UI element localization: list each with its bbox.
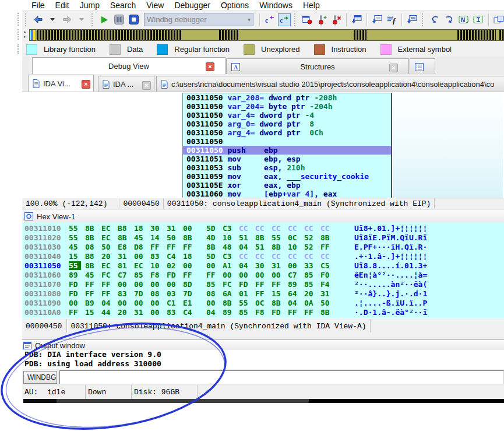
add-breakpoint-button[interactable]	[315, 13, 328, 26]
jump-named-location-button[interactable]: N	[457, 13, 470, 26]
breakpoint-list-button[interactable]	[301, 13, 313, 26]
hex-row[interactable]: 00311020558BEC8B4514508B4D10518B550C528B…	[22, 233, 504, 243]
disassembly-line[interactable]: 00311050 arg_4= dword ptr 0Ch	[183, 128, 391, 137]
step-into-button[interactable]	[350, 13, 363, 26]
navband-scroll-arrows[interactable]: ▸▸	[24, 30, 26, 39]
menu-item-file[interactable]: File	[26, 1, 50, 10]
output-window-titlebar[interactable]: Output window	[22, 339, 504, 351]
instruction-address: 00311050	[186, 93, 227, 102]
file-offset: 00000450	[22, 319, 65, 333]
close-icon[interactable]: ×	[142, 81, 151, 90]
run-to-cursor-button[interactable]: c	[263, 13, 276, 26]
nav-forward-dropdown[interactable]	[75, 13, 88, 26]
navband-segment	[457, 30, 496, 40]
hex-row[interactable]: 0031109000B904000000C1E1008B550C8B040A50…	[22, 299, 504, 308]
hex-row[interactable]: 00311050558BEC81EC10020000A10430310033C5…	[22, 261, 504, 271]
panel-splitter[interactable]	[22, 332, 504, 339]
hex-byte: 55	[69, 261, 81, 270]
disassembly-line[interactable]: 00311050 var_208= dword ptr -208h	[183, 93, 391, 102]
close-icon[interactable]: ×	[206, 62, 214, 71]
nav-forward-button[interactable]	[61, 13, 73, 26]
window-tab-structures[interactable]: AStructures×	[226, 58, 409, 74]
hex-byte: FC	[223, 280, 235, 289]
legend-item: Library function	[26, 44, 96, 55]
disassembly-line[interactable]: 00311050 var_204= byte ptr -204h	[183, 102, 391, 111]
navigation-band[interactable]	[29, 29, 504, 41]
menu-item-jump[interactable]: Jump	[75, 1, 105, 10]
nav-back-button[interactable]	[31, 13, 44, 26]
menu-item-edit[interactable]: Edit	[50, 1, 75, 10]
toolbar-gripper[interactable]	[17, 13, 20, 26]
windbg-button[interactable]: WINDBG	[23, 371, 57, 384]
hex-row[interactable]: 0031104015B820310083C4185DC3CCCCCCCCCCCC…	[22, 252, 504, 261]
toolbar-separator	[366, 13, 367, 26]
menu-item-view[interactable]: View	[141, 1, 169, 10]
hex-byte: CC	[255, 252, 267, 261]
open-windows-button[interactable]	[492, 13, 504, 26]
hex-byte: 8D	[183, 280, 195, 289]
output-window[interactable]: PDB: DIA interface version 9.0PDB: using…	[22, 350, 504, 370]
disassembly-line[interactable]: 00311051 mov ebp, esp	[183, 155, 391, 163]
close-icon[interactable]: ×	[389, 64, 398, 72]
jump-prev-position-button[interactable]	[428, 13, 441, 26]
command-input[interactable]	[59, 370, 504, 384]
run-until-call-button[interactable]	[406, 13, 418, 26]
disassembly-line[interactable]: 00311060 mov [ebp+var_4], eax	[183, 190, 391, 198]
asm-token: dword ptr	[255, 111, 305, 120]
hex-byte: EC	[134, 261, 146, 270]
hex-view-titlebar[interactable]: Hex View-1	[22, 209, 504, 224]
window-tab-debug-view[interactable]: Debug View×	[32, 57, 225, 74]
disassembly-line[interactable]: 00311059 mov eax, ___security_cookie	[183, 172, 391, 181]
menu-item-debugger[interactable]: Debugger	[169, 1, 216, 10]
delete-breakpoint-button[interactable]	[330, 13, 343, 26]
hex-byte: C7	[288, 271, 300, 279]
hex-address: 003110A0	[24, 308, 59, 317]
legend-item: Data	[110, 44, 143, 55]
menu-item-search[interactable]: Search	[105, 1, 141, 10]
asm-token: dword ptr	[255, 128, 309, 137]
hex-byte: 18	[134, 224, 146, 233]
disassembly-panel[interactable]: 00311050 var_208= dword ptr -208h0031105…	[182, 93, 392, 199]
hex-row[interactable]: 00311010558BECB8183031005DC3CCCCCCCCCCCC…	[22, 224, 504, 233]
hex-row[interactable]: 00311080FDFFFF837D08037D086A01FF15642031…	[22, 289, 504, 299]
jump-next-position-button[interactable]	[443, 13, 456, 26]
close-icon[interactable]: ×	[82, 80, 90, 89]
window-tab-icon[interactable]	[410, 58, 435, 74]
continue-process-button[interactable]	[98, 13, 111, 26]
hex-row[interactable]: 003110608945FCC785F8FDFFFF00000000C785F0…	[22, 271, 504, 280]
run-until-return-button[interactable]: f	[385, 13, 398, 26]
menu-item-options[interactable]: Options	[216, 1, 254, 10]
navband-scroll-left-icon[interactable]: ▸	[24, 30, 26, 34]
view-tab-c-users-ricna-documents-visu[interactable]: c:\users\ricna\documents\visual studio 2…	[156, 76, 504, 92]
disassembly-line[interactable]: 00311050 var_4= dword ptr -4	[183, 111, 391, 120]
hex-row[interactable]: 00311070FDFFFF000000008D85FCFDFFFF8985F4…	[22, 280, 504, 289]
disassembly-line[interactable]: 0031105E xor eax, ebp	[183, 181, 391, 190]
navband-gripper[interactable]	[17, 29, 20, 40]
jump-to-cursor-button[interactable]	[472, 13, 485, 26]
nav-back-dropdown[interactable]	[46, 13, 59, 26]
hex-row[interactable]: 003110A0FF154420310083C4048985F8FDFFFF8B…	[22, 308, 504, 317]
view-tabs: IDA Vi...×IDA ...×c:\users\ricna\documen…	[22, 74, 504, 92]
disassembly-line[interactable]: 00311050 arg_0= dword ptr 8	[183, 120, 391, 128]
hex-byte: FF	[304, 308, 316, 317]
view-tab-ida[interactable]: IDA ...×	[98, 76, 154, 92]
step-over-button[interactable]	[371, 13, 383, 26]
hex-ascii: Uï8+.01.]+¦¦¦¦¦¦	[354, 224, 427, 233]
disassembly-line[interactable]: 00311050 push ebp	[183, 146, 391, 155]
menu-item-windows[interactable]: Windows	[254, 1, 298, 10]
hex-byte: 31	[118, 252, 130, 261]
debugger-select[interactable]: Windbg debugger▾	[144, 13, 253, 26]
pause-process-button[interactable]	[112, 13, 125, 26]
hex-row[interactable]: 00311030450850E8D8FFFFFF8B4804518B1052FF…	[22, 243, 504, 252]
hex-view-panel[interactable]: 00311010558BECB8183031005DC3CCCCCCCCCCCC…	[22, 223, 504, 320]
disassembly-line[interactable]: 00311053 sub esp, 210h	[183, 163, 391, 172]
legend-gripper[interactable]	[17, 44, 20, 54]
view-tab-ida-vi[interactable]: IDA Vi...×	[28, 75, 94, 92]
menu-item-help[interactable]: Help	[298, 1, 325, 10]
stop-process-button[interactable]	[127, 13, 140, 26]
disassembly-line[interactable]: 00311050	[183, 137, 391, 146]
hex-byte: FF	[69, 308, 81, 317]
hex-byte: 8B	[223, 299, 235, 307]
navband-scroll-right-icon[interactable]: ▸	[24, 34, 26, 39]
jump-to-ip-button[interactable]: c	[278, 13, 291, 26]
